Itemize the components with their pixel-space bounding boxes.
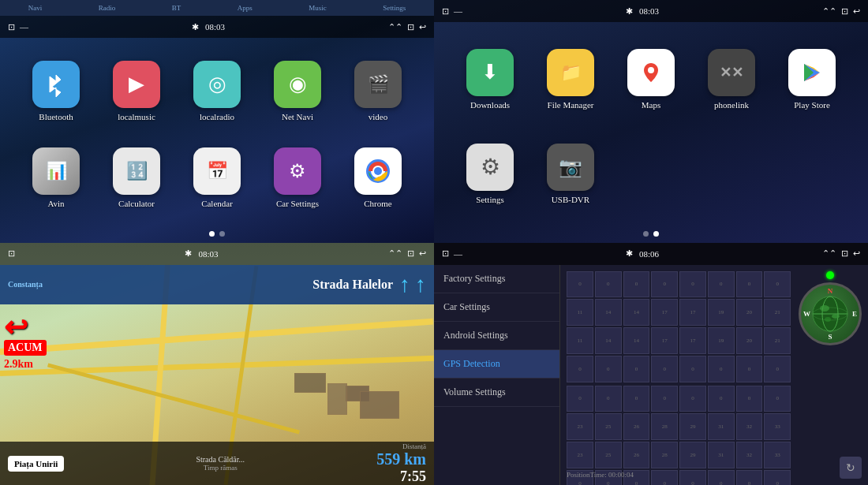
app-settings-label: Settings	[476, 195, 503, 204]
app-calendar-label: Calendar	[201, 199, 233, 208]
time-q3: 08:03	[198, 249, 218, 259]
gps-grid-row5: 23 25 26 28 29 31 32 33	[567, 413, 791, 440]
home-icon: ⊡	[8, 22, 15, 32]
map-distance-info: Distanță 559 km 7:55	[376, 442, 426, 485]
svg-point-5	[648, 67, 654, 73]
gps-signal-dot	[826, 271, 834, 279]
map-dist-left: 2.9km	[4, 358, 47, 371]
localmusic-app-icon: ▶	[113, 61, 160, 108]
app-chrome[interactable]: Chrome	[338, 134, 418, 221]
app-netnavi[interactable]: ◉ Net Navi	[257, 47, 338, 134]
app-downloads[interactable]: ⬇ Downloads	[450, 32, 530, 126]
carsettings-app-icon: ⚙	[274, 147, 321, 195]
settings-factory[interactable]: Factory Settings	[434, 265, 559, 293]
dot-q2-1[interactable]	[643, 231, 649, 237]
dot-2[interactable]	[219, 231, 225, 237]
settings-car[interactable]: Car Settings	[434, 293, 559, 322]
avin-app-icon: 📊	[32, 147, 80, 195]
nav-bt[interactable]: BT	[167, 0, 186, 16]
svg-point-3	[374, 167, 382, 175]
compass-south: S	[828, 333, 832, 341]
app-playstore[interactable]: Play Store	[772, 32, 852, 126]
settings-content: Factory Settings Car Settings Android Se…	[434, 265, 868, 486]
app-usbdvr[interactable]: 📷 USB-DVR	[530, 126, 611, 221]
bluetooth-icon-q2: ✱	[626, 6, 633, 17]
back-icon-q3[interactable]: ↩	[419, 248, 426, 259]
signal-icon-q4: ⌃⌃	[822, 248, 836, 259]
apps-grid-q2: ⬇ Downloads 📁 File Manager Maps ✕	[434, 22, 868, 231]
app-bluetooth[interactable]: Bluetooth	[16, 47, 96, 134]
bluetooth-icon: ✱	[192, 22, 199, 32]
app-filemanager-label: File Manager	[548, 100, 594, 110]
map-strada-info: Strada Căldăr... Timp rămas	[196, 455, 245, 472]
status-bar-q1: ⊡ — ✱ 08:03 ⌃⌃ ⊡ ↩	[0, 16, 434, 38]
quadrant-android-home: Navi Radio BT Apps Music Settings ⊡ — ✱ …	[0, 0, 434, 243]
app-filemanager[interactable]: 📁 File Manager	[530, 32, 611, 126]
map-city: Constanța	[8, 280, 43, 289]
nav-navi[interactable]: Navi	[24, 0, 47, 16]
back-icon[interactable]: ↩	[419, 22, 426, 32]
gps-grid-row0: 0 0 0 0 0 0 0 0	[567, 271, 791, 298]
home-icon-q3: ⊡	[8, 248, 15, 259]
map-left-distance: ↩ ACUM 2.9km	[4, 311, 47, 371]
app-settings[interactable]: ⚙ Settings	[450, 126, 530, 221]
app-usbdvr-label: USB-DVR	[552, 195, 589, 204]
app-playstore-label: Play Store	[794, 100, 830, 110]
nav-music[interactable]: Music	[304, 0, 331, 16]
app-bluetooth-label: Bluetooth	[39, 112, 73, 121]
app-maps-label: Maps	[642, 100, 660, 110]
calendar-app-icon: 📅	[193, 147, 241, 195]
app-empty-2	[691, 126, 772, 221]
app-localradio[interactable]: ◎ localradio	[177, 47, 257, 134]
gps-grid-row3: 0 0 0 0 0 0 0 0	[567, 356, 791, 382]
compass-east: E	[852, 310, 857, 318]
map-street: Strada Halelor	[312, 278, 393, 292]
chrome-app-icon	[354, 147, 402, 195]
nav-radio[interactable]: Radio	[94, 0, 121, 16]
time-q4: 08:06	[639, 249, 659, 259]
app-carsettings[interactable]: ⚙ Car Settings	[257, 134, 338, 221]
app-empty-3	[772, 126, 852, 221]
screen-icon-q3: ⊡	[407, 248, 414, 259]
nav-settings-tab[interactable]: Settings	[378, 0, 410, 16]
gps-refresh-button[interactable]: ↻	[840, 457, 862, 479]
gps-grid-row6: 23 25 26 28 29 31 32 33	[567, 442, 791, 468]
video-app-icon: 🎬	[354, 61, 402, 108]
settings-volume[interactable]: Volume Settings	[434, 379, 559, 407]
compass-widget: N S W E	[799, 271, 862, 334]
app-phonelink[interactable]: ✕✕ phonelink	[691, 32, 772, 126]
app-localmusic[interactable]: ▶ localmusic	[96, 47, 177, 134]
phonelink-app-icon: ✕✕	[708, 49, 755, 96]
app-calculator[interactable]: 🔢 Calculator	[96, 134, 177, 221]
settings-app-icon: ⚙	[466, 144, 514, 191]
gps-grid-row1: 11 14 14 17 17 19 20 21	[567, 299, 791, 326]
settings-gps[interactable]: GPS Detection	[434, 350, 559, 379]
app-calendar[interactable]: 📅 Calendar	[177, 134, 257, 221]
app-carsettings-label: Car Settings	[276, 199, 319, 208]
settings-android[interactable]: Android Settings	[434, 322, 559, 350]
svg-point-12	[832, 314, 840, 319]
back-icon-q4[interactable]: ↩	[853, 248, 860, 259]
status-bar-q2: ⊡ — ✱ 08:03 ⌃⌃ ⊡ ↩	[434, 0, 868, 22]
app-maps[interactable]: Maps	[611, 32, 691, 126]
dot-1[interactable]	[209, 231, 215, 237]
quadrant-map: ⊡ ✱ 08:03 ⌃⌃ ⊡ ↩ Constanța	[0, 243, 434, 486]
bluetooth-icon-q3: ✱	[185, 248, 192, 259]
app-localradio-label: localradio	[200, 112, 234, 121]
nav-apps[interactable]: Apps	[233, 0, 257, 16]
gps-position-time: PositionTime: 00:00:04	[567, 471, 634, 479]
minimize-icon: —	[20, 22, 28, 32]
maps-app-icon	[627, 49, 675, 96]
back-icon-q2[interactable]: ↩	[853, 6, 860, 17]
quadrant-settings: ⊡ — ✱ 08:06 ⌃⌃ ⊡ ↩ Factory Settings Car …	[434, 243, 868, 486]
map-piata-unirii: Piața Unirii	[8, 456, 64, 472]
screen-icon-q4: ⊡	[841, 248, 848, 259]
gps-grid-row2: 11 14 14 17 17 19 20 21	[567, 327, 791, 354]
settings-main-panel: 0 0 0 0 0 0 0 0 11 14 14 17 17 19 20	[560, 265, 868, 486]
app-video[interactable]: 🎬 video	[338, 47, 418, 134]
app-localmusic-label: localmusic	[118, 112, 155, 121]
app-avin[interactable]: 📊 Avin	[16, 134, 96, 221]
bluetooth-app-icon	[32, 61, 80, 108]
dot-q2-2[interactable]	[653, 231, 659, 237]
app-downloads-label: Downloads	[470, 100, 510, 110]
